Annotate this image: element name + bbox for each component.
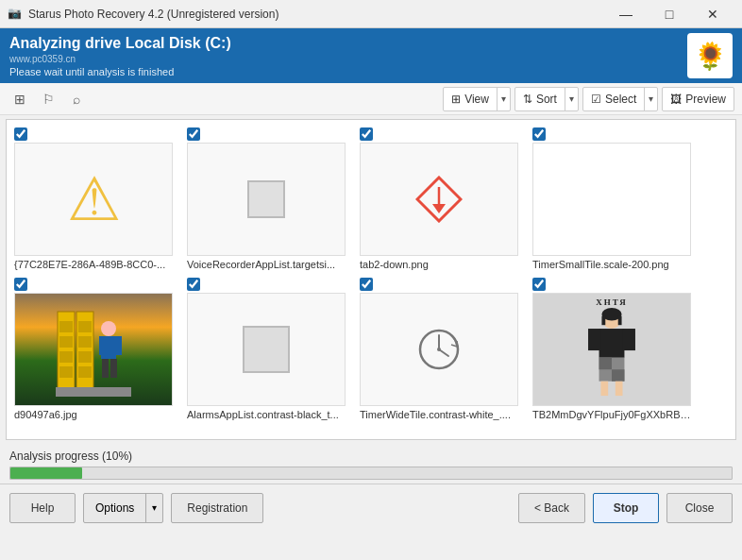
- sort-arrow-button[interactable]: ▾: [565, 88, 578, 110]
- thumb-label-2: VoiceRecorderAppList.targetsi...: [187, 259, 346, 270]
- options-main-button[interactable]: Options: [84, 494, 146, 522]
- svg-rect-12: [78, 366, 92, 378]
- select-arrow-button[interactable]: ▾: [645, 88, 657, 110]
- close-button[interactable]: ✕: [691, 0, 734, 28]
- close-button[interactable]: Close: [666, 493, 733, 523]
- stop-button[interactable]: Stop: [593, 493, 659, 523]
- svg-rect-4: [59, 321, 73, 332]
- thumb-checkbox-5[interactable]: [14, 278, 27, 291]
- svg-point-13: [101, 321, 116, 336]
- list-item: VoiceRecorderAppList.targetsi...: [187, 127, 352, 270]
- thumb-label-4: TimerSmallTile.scale-200.png: [532, 259, 691, 270]
- select-icon: ☑: [591, 93, 601, 106]
- view-split-button: ⊞ View ▾: [443, 87, 511, 111]
- content-area[interactable]: ⚠ {77C28E7E-286A-489B-8CC0-... VoiceReco…: [6, 119, 736, 440]
- svg-rect-29: [599, 358, 612, 369]
- svg-rect-18: [110, 359, 117, 378]
- sort-split-button: ⇅ Sort ▾: [514, 87, 579, 111]
- view-main-button[interactable]: ⊞ View: [444, 88, 497, 110]
- thumb-header: [187, 278, 204, 291]
- list-item: XНТЯ TB2MmDgvYFlpuFjy0Fg: [532, 278, 698, 420]
- svg-rect-6: [59, 351, 73, 363]
- list-item: TimerSmallTile.scale-200.png: [532, 127, 698, 270]
- thumb-image-3: [360, 143, 518, 256]
- options-split-button: Options ▾: [83, 493, 163, 523]
- svg-rect-35: [618, 316, 622, 326]
- title-bar-controls: — □ ✕: [604, 0, 734, 28]
- thumb-label-8: TB2MmDgvYFlpuFjy0FgXXbRBV...: [532, 409, 691, 420]
- thumb-image-7: [360, 293, 518, 406]
- search-icon-btn[interactable]: ⌕: [64, 87, 89, 111]
- preview-label: Preview: [685, 93, 726, 106]
- header-logo: 🌻: [687, 33, 733, 78]
- svg-rect-27: [623, 329, 635, 350]
- progress-fill: [10, 467, 82, 479]
- svg-rect-7: [59, 366, 73, 378]
- list-item: TimerWideTile.contrast-white_....: [360, 278, 525, 420]
- help-button[interactable]: Help: [9, 493, 76, 523]
- title-bar: 📷 Starus Photo Recovery 4.2 (Unregistere…: [0, 0, 742, 28]
- thumb-checkbox-7[interactable]: [360, 278, 373, 291]
- progress-label: Analysis progress (10%): [9, 450, 733, 463]
- brand-text: XНТЯ: [596, 297, 628, 307]
- progress-bar-area: Analysis progress (10%): [0, 444, 742, 484]
- view-icon: ⊞: [451, 93, 461, 106]
- warehouse-scene-svg: [56, 302, 131, 397]
- thumb-image-4: [532, 143, 691, 256]
- sort-label: Sort: [536, 93, 557, 106]
- svg-rect-16: [115, 336, 122, 355]
- thumb-checkbox-1[interactable]: [14, 127, 27, 141]
- thumb-image-2: [187, 143, 346, 256]
- back-button[interactable]: < Back: [518, 493, 585, 523]
- maximize-button[interactable]: □: [648, 0, 691, 28]
- thumb-label-1: {77C28E7E-286A-489B-8CC0-...: [14, 259, 173, 270]
- thumb-header: [532, 127, 549, 141]
- list-item: ⚠ {77C28E7E-286A-489B-8CC0-...: [14, 127, 179, 270]
- view-arrow-button[interactable]: ▾: [497, 88, 510, 110]
- grid-view-icon-btn[interactable]: ⊞: [8, 87, 32, 111]
- header-subtitle: Please wait until analysis is finished: [9, 66, 231, 77]
- thumb-header: [360, 278, 377, 291]
- sort-icon: ⇅: [523, 93, 532, 106]
- thumb-checkbox-2[interactable]: [187, 127, 200, 141]
- thumb-checkbox-3[interactable]: [360, 127, 373, 141]
- view-label: View: [464, 93, 489, 106]
- svg-marker-2: [432, 204, 446, 213]
- select-main-button[interactable]: ☑ Select: [583, 88, 645, 110]
- app-icon: 📷: [8, 7, 23, 22]
- svg-rect-15: [99, 336, 106, 355]
- svg-rect-17: [102, 359, 109, 378]
- thumb-checkbox-4[interactable]: [532, 127, 546, 141]
- toolbar-right: ⊞ View ▾ ⇅ Sort ▾ ☑ Select ▾ 🖼 Preview: [443, 87, 734, 111]
- registration-button[interactable]: Registration: [171, 493, 263, 523]
- options-arrow-button[interactable]: ▾: [146, 494, 162, 522]
- thumb-header: [14, 278, 31, 291]
- filter-icon-btn[interactable]: ⚐: [36, 87, 60, 111]
- thumb-image-1: ⚠: [14, 143, 173, 256]
- thumb-header: [14, 127, 31, 141]
- minimize-button[interactable]: —: [604, 0, 648, 28]
- svg-rect-5: [59, 336, 73, 348]
- header-title: Analyzing drive Local Disk (C:): [9, 35, 231, 52]
- svg-rect-34: [601, 316, 605, 326]
- thumb-checkbox-8[interactable]: [532, 278, 546, 291]
- list-item: d90497a6.jpg: [14, 278, 179, 420]
- thumb-checkbox-6[interactable]: [187, 278, 200, 291]
- thumb-label-5: d90497a6.jpg: [14, 409, 173, 420]
- thumb-header: [532, 278, 549, 291]
- preview-button[interactable]: 🖼 Preview: [662, 87, 734, 111]
- select-split-button: ☑ Select ▾: [582, 87, 658, 111]
- thumb-label-6: AlarmsAppList.contrast-black_t...: [187, 409, 346, 420]
- svg-rect-11: [78, 351, 92, 363]
- select-label: Select: [605, 93, 636, 106]
- preview-icon: 🖼: [670, 93, 682, 106]
- thumb-image-5: [14, 293, 173, 406]
- footer-bar: Help Options ▾ Registration < Back Stop …: [0, 484, 742, 531]
- header-left: Analyzing drive Local Disk (C:) www.pc03…: [9, 35, 231, 77]
- header-bar: Analyzing drive Local Disk (C:) www.pc03…: [0, 28, 742, 83]
- list-item: AlarmsAppList.contrast-black_t...: [187, 278, 352, 420]
- thumb-label-3: tab2-down.png: [360, 259, 518, 270]
- sort-main-button[interactable]: ⇅ Sort: [515, 88, 565, 110]
- clock-icon-svg: [415, 326, 463, 373]
- svg-rect-19: [56, 387, 131, 397]
